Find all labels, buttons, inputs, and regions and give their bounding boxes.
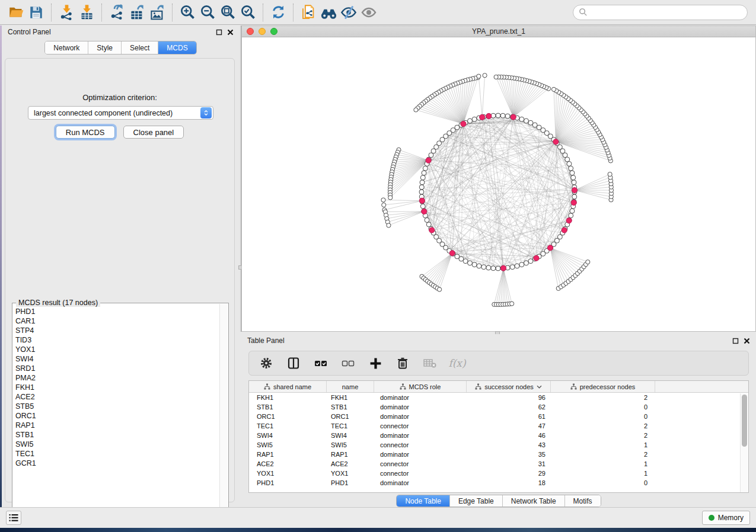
cell-name[interactable]: YOX1 — [327, 469, 374, 478]
import-network-button[interactable] — [56, 2, 76, 23]
cell-predecessor_nodes[interactable]: 1 — [551, 440, 655, 450]
cell-successor_nodes[interactable]: 46 — [467, 431, 551, 440]
close-panel-button[interactable]: Close panel — [123, 126, 184, 139]
tab-network-table[interactable]: Network Table — [503, 495, 565, 507]
cell-mcds_role[interactable]: dominator — [374, 478, 467, 488]
cell-mcds_role[interactable]: connector — [374, 459, 467, 469]
table-row[interactable]: FKH1FKH1dominator962 — [249, 393, 748, 402]
create-column-button[interactable] — [368, 355, 383, 371]
tab-network[interactable]: Network — [45, 41, 88, 54]
export-table-button[interactable] — [127, 2, 147, 23]
table-scrollbar[interactable] — [740, 393, 748, 492]
tab-motifs[interactable]: Motifs — [565, 495, 601, 507]
search-box[interactable] — [573, 5, 748, 20]
cell-mcds_role[interactable]: connector — [374, 421, 467, 431]
mcds-result-item[interactable]: STB1 — [15, 430, 228, 440]
cell-shared_name[interactable]: TEC1 — [249, 421, 327, 431]
delete-column-button[interactable] — [395, 355, 410, 371]
mcds-result-item[interactable]: PHD1 — [15, 307, 228, 316]
cell-mcds_role[interactable]: dominator — [374, 402, 467, 412]
table-row[interactable]: YOX1YOX1connector291 — [249, 469, 748, 478]
mcds-result-item[interactable]: TEC1 — [15, 449, 228, 459]
cell-shared_name[interactable]: SWI4 — [249, 431, 327, 440]
mcds-result-item[interactable]: SWI4 — [15, 354, 228, 364]
open-network-button[interactable] — [6, 2, 26, 23]
cell-shared_name[interactable]: ORC1 — [249, 412, 327, 421]
cell-mcds_role[interactable]: dominator — [374, 393, 467, 402]
cell-name[interactable]: ACE2 — [327, 459, 374, 469]
zoom-in-button[interactable] — [177, 2, 197, 23]
deselect-all-button[interactable] — [340, 355, 356, 371]
cell-predecessor_nodes[interactable]: 0 — [551, 402, 655, 412]
save-session-button[interactable] — [26, 2, 46, 23]
cell-name[interactable]: STB1 — [327, 402, 374, 412]
share-document-button[interactable] — [298, 2, 318, 23]
cell-successor_nodes[interactable]: 18 — [467, 478, 551, 488]
tab-node-table[interactable]: Node Table — [397, 495, 450, 507]
cell-name[interactable]: PHD1 — [327, 478, 374, 488]
table-settings-button[interactable] — [259, 355, 274, 371]
import-table-button[interactable] — [76, 2, 97, 23]
scrollbar-thumb[interactable] — [742, 395, 747, 447]
zoom-selected-button[interactable] — [238, 2, 258, 23]
export-network-button[interactable] — [107, 2, 127, 23]
cell-successor_nodes[interactable]: 35 — [467, 450, 551, 459]
table-row[interactable]: STB1STB1dominator620 — [249, 402, 748, 412]
cell-name[interactable]: RAP1 — [327, 450, 374, 459]
cell-name[interactable]: ORC1 — [327, 412, 374, 421]
cell-shared_name[interactable]: ACE2 — [249, 459, 327, 469]
cell-shared_name[interactable]: YOX1 — [249, 469, 327, 478]
cell-name[interactable]: SWI4 — [327, 431, 374, 440]
find-button[interactable] — [318, 2, 339, 23]
mcds-result-item[interactable]: CAR1 — [15, 316, 228, 326]
cell-predecessor_nodes[interactable]: 2 — [551, 431, 655, 440]
cell-shared_name[interactable]: SWI5 — [249, 440, 327, 450]
show-columns-button[interactable] — [286, 355, 301, 371]
cell-mcds_role[interactable]: dominator — [374, 412, 467, 421]
table-row[interactable]: SWI4SWI4dominator462 — [249, 431, 748, 440]
mcds-result-item[interactable]: STB5 — [15, 402, 228, 411]
search-input[interactable] — [591, 8, 742, 17]
criterion-dropdown[interactable]: largest connected component (undirected) — [28, 106, 213, 120]
mcds-result-item[interactable]: RAP1 — [15, 421, 228, 430]
zoom-fit-button[interactable] — [218, 2, 238, 23]
cell-successor_nodes[interactable]: 31 — [467, 459, 551, 469]
close-panel-icon[interactable] — [227, 29, 234, 36]
table-row[interactable]: PHD1PHD1dominator180 — [249, 478, 748, 488]
mcds-result-item[interactable]: TID3 — [15, 335, 228, 345]
cell-predecessor_nodes[interactable]: 0 — [551, 412, 655, 421]
cell-mcds_role[interactable]: dominator — [374, 450, 467, 459]
network-canvas[interactable] — [242, 37, 755, 331]
cell-successor_nodes[interactable]: 96 — [467, 393, 551, 402]
cell-shared_name[interactable]: STB1 — [249, 402, 327, 412]
cell-predecessor_nodes[interactable]: 1 — [551, 459, 655, 469]
cell-mcds_role[interactable]: dominator — [374, 431, 467, 440]
column-header-name[interactable]: name — [327, 381, 374, 392]
cell-mcds_role[interactable]: connector — [374, 440, 467, 450]
close-panel-icon[interactable] — [744, 338, 750, 344]
mcds-result-item[interactable]: SWI5 — [15, 440, 228, 449]
cell-predecessor_nodes[interactable]: 1 — [551, 469, 655, 478]
table-row[interactable]: ACE2ACE2connector311 — [249, 459, 748, 469]
cell-predecessor_nodes[interactable]: 2 — [551, 421, 655, 431]
cell-name[interactable]: SWI5 — [327, 440, 374, 450]
cell-predecessor_nodes[interactable]: 2 — [551, 450, 655, 459]
cell-successor_nodes[interactable]: 43 — [467, 440, 551, 450]
cell-shared_name[interactable]: RAP1 — [249, 450, 327, 459]
cell-name[interactable]: FKH1 — [327, 393, 374, 402]
column-header-predecessor-nodes[interactable]: predecessor nodes — [551, 381, 655, 392]
column-header-MCDS-role[interactable]: MCDS role — [374, 381, 467, 392]
cell-mcds_role[interactable]: connector — [374, 469, 467, 478]
cell-successor_nodes[interactable]: 62 — [467, 402, 551, 412]
hide-unhide-button[interactable] — [339, 2, 359, 23]
export-image-button[interactable] — [147, 2, 167, 23]
mcds-result-item[interactable]: FKH1 — [15, 383, 228, 392]
mcds-result-item[interactable]: STP4 — [15, 326, 228, 335]
tab-style[interactable]: Style — [88, 41, 122, 54]
cell-successor_nodes[interactable]: 29 — [467, 469, 551, 478]
table-row[interactable]: RAP1RAP1dominator352 — [249, 450, 748, 459]
cell-successor_nodes[interactable]: 47 — [467, 421, 551, 431]
cell-shared_name[interactable]: FKH1 — [249, 393, 327, 402]
cell-predecessor_nodes[interactable]: 0 — [551, 478, 655, 488]
cell-predecessor_nodes[interactable]: 2 — [551, 393, 655, 402]
